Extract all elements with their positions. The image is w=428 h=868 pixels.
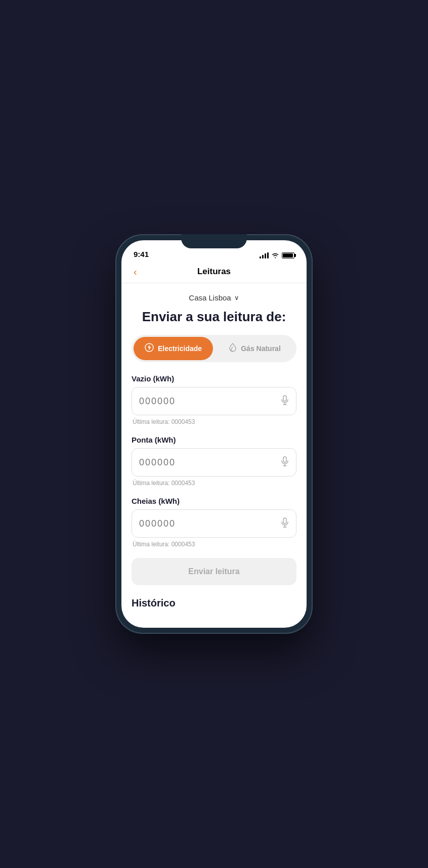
section-title: Enviar a sua leitura de: [132, 309, 296, 325]
status-icons [260, 252, 294, 258]
field-label-ponta: Ponta (kWh) [132, 436, 296, 444]
input-vazio[interactable] [139, 396, 281, 407]
scroll-content: Casa Lisboa ∨ Enviar a sua leitura de: E… [121, 283, 307, 628]
field-group-ponta: Ponta (kWh) Última leitura: 0000453 [132, 436, 296, 487]
input-wrapper-ponta [132, 448, 296, 476]
last-reading-cheias: Última leitura: 0000453 [132, 541, 296, 548]
status-time: 9:41 [134, 250, 149, 258]
phone-screen: 9:41 [121, 240, 307, 628]
mic-icon-vazio[interactable] [281, 395, 289, 408]
signal-icon [260, 252, 269, 258]
svg-rect-4 [283, 457, 286, 462]
phone-frame: 9:41 [115, 234, 313, 634]
wifi-icon [271, 252, 279, 258]
location-selector[interactable]: Casa Lisboa ∨ [132, 293, 296, 302]
tab-gas-label: Gás Natural [241, 344, 281, 353]
svg-rect-1 [283, 396, 286, 401]
tab-electricity-label: Electricidade [158, 344, 202, 353]
mic-icon-cheias[interactable] [281, 517, 289, 530]
electricity-icon [145, 343, 154, 354]
field-label-cheias: Cheias (kWh) [132, 497, 296, 505]
input-cheias[interactable] [139, 518, 281, 529]
tab-electricity[interactable]: Electricidade [134, 337, 213, 360]
tab-gas[interactable]: Gás Natural [215, 337, 294, 360]
notch [181, 234, 247, 248]
last-reading-ponta: Última leitura: 0000453 [132, 480, 296, 487]
mic-icon-ponta[interactable] [281, 456, 289, 469]
field-label-vazio: Vazio (kWh) [132, 374, 296, 383]
svg-rect-7 [283, 518, 286, 524]
input-wrapper-vazio [132, 387, 296, 415]
field-group-cheias: Cheias (kWh) Última leitura: 0000453 [132, 497, 296, 548]
input-wrapper-cheias [132, 509, 296, 538]
submit-button[interactable]: Enviar leitura [132, 558, 296, 585]
last-reading-vazio: Última leitura: 0000453 [132, 418, 296, 425]
chevron-down-icon: ∨ [234, 294, 239, 301]
historico-title: Histórico [132, 597, 296, 609]
gas-icon [229, 343, 237, 354]
page-title: Leituras [197, 267, 231, 277]
back-button[interactable]: ‹ [132, 264, 139, 280]
battery-icon [282, 252, 294, 258]
location-name: Casa Lisboa [189, 293, 231, 302]
toggle-tabs: Electricidade Gás Natural [132, 335, 296, 362]
field-group-vazio: Vazio (kWh) Última leitura: 0000453 [132, 374, 296, 425]
input-ponta[interactable] [139, 457, 281, 468]
nav-bar: ‹ Leituras [121, 263, 307, 283]
